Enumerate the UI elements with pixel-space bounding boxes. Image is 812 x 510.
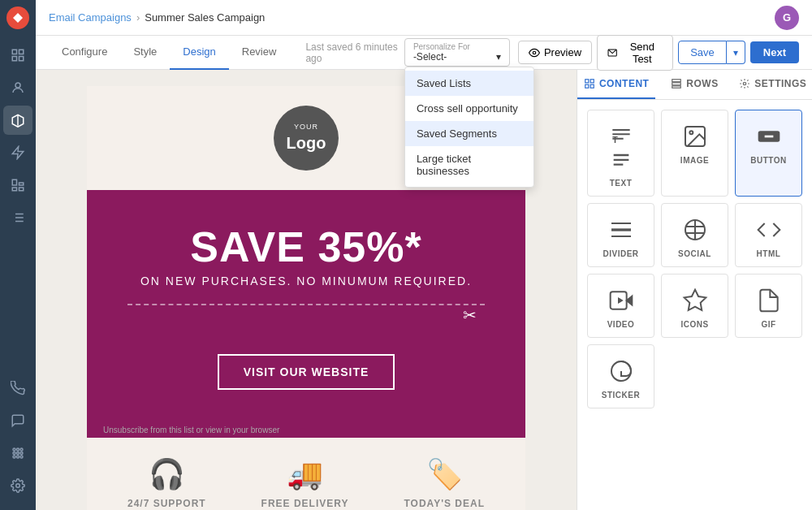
svg-rect-32 — [672, 80, 681, 82]
personalize-select: -Select- ▾ — [413, 51, 501, 63]
content-item-image[interactable]: IMAGE — [661, 110, 728, 197]
panel-tab-content[interactable]: CONTENT — [577, 70, 655, 99]
sidebar-item-dashboard[interactable] — [3, 41, 32, 70]
send-test-button[interactable]: Send Test — [597, 35, 673, 71]
panel-tabs: CONTENT ROWS SETTINGS — [577, 70, 812, 100]
content-divider-label: DIVIDER — [603, 249, 638, 258]
content-item-gif[interactable]: GIF — [735, 274, 802, 338]
sidebar-item-reports[interactable] — [3, 171, 32, 200]
preview-button[interactable]: Preview — [518, 41, 592, 64]
logo-text: Logo — [287, 132, 326, 153]
svg-point-26 — [533, 51, 536, 54]
content-item-button[interactable]: BUTTON — [735, 110, 802, 197]
content-social-label: SOCIAL — [678, 249, 711, 258]
user-avatar[interactable]: G — [775, 6, 799, 30]
svg-point-23 — [17, 456, 19, 458]
personalize-button[interactable]: Personalize For -Select- ▾ — [404, 38, 510, 67]
save-button[interactable]: Save — [678, 41, 727, 64]
email-banner: SAVE 35%* ON NEW PURCHASES. NO MINUMUM R… — [87, 190, 525, 422]
breadcrumb-separator: › — [136, 11, 140, 24]
delivery-label: FREE DELIVERY — [261, 498, 349, 509]
svg-point-16 — [13, 448, 15, 451]
dropdown-item-saved-lists[interactable]: Saved Lists — [405, 71, 533, 96]
delivery-icon: 🚚 — [261, 457, 349, 491]
personalize-wrapper: Personalize For -Select- ▾ Saved Lists C… — [404, 38, 510, 67]
deal-icon: 🏷️ — [404, 457, 485, 491]
sidebar-item-apps[interactable] — [3, 439, 32, 468]
svg-point-35 — [744, 82, 747, 85]
email-footer-strip: Unsubscribe from this list or view in yo… — [87, 422, 525, 438]
content-item-social[interactable]: SOCIAL — [661, 203, 728, 267]
personalize-dropdown-menu: Saved Lists Cross sell opportunity Saved… — [404, 67, 534, 188]
dropdown-item-saved-segments[interactable]: Saved Segments — [405, 121, 533, 146]
sidebar-item-automation[interactable] — [3, 138, 32, 167]
content-grid: T TEXT IMAGE — [577, 100, 812, 418]
next-button[interactable]: Next — [750, 41, 799, 63]
sidebar-item-phone[interactable] — [3, 374, 32, 403]
svg-point-17 — [17, 448, 19, 451]
svg-rect-1 — [19, 50, 24, 54]
svg-rect-29 — [590, 80, 594, 83]
email-features: 🎧 24/7 SUPPORT 🚚 FREE DELIVERY 🏷️ TODAY'… — [87, 438, 525, 510]
content-item-text[interactable]: T TEXT — [587, 110, 654, 197]
svg-rect-28 — [585, 80, 589, 83]
svg-rect-33 — [672, 83, 681, 85]
svg-rect-2 — [12, 57, 16, 61]
dropdown-item-cross-sell[interactable]: Cross sell opportunity — [405, 96, 533, 121]
app-logo[interactable] — [6, 6, 29, 29]
svg-point-20 — [17, 452, 19, 455]
svg-point-22 — [13, 456, 15, 458]
svg-rect-9 — [19, 188, 24, 191]
right-panel: CONTENT ROWS SETTINGS T TEXT — [577, 70, 812, 510]
banner-save-text: SAVE 35%* — [103, 223, 509, 271]
logo-your: YOUR — [294, 123, 318, 132]
content-gif-label: GIF — [761, 320, 775, 329]
tab-style[interactable]: Style — [120, 36, 170, 70]
svg-rect-31 — [590, 84, 594, 88]
content-video-label: VIDEO — [607, 320, 635, 329]
svg-marker-5 — [12, 147, 24, 159]
save-button-group: Save ▾ — [678, 41, 745, 64]
svg-marker-49 — [684, 290, 706, 310]
content-item-html[interactable]: HTML — [735, 203, 802, 267]
sidebar-item-lists[interactable] — [3, 203, 32, 232]
feature-deal: 🏷️ TODAY'S DEAL — [404, 457, 485, 509]
content-item-sticker[interactable]: STICKER — [587, 344, 654, 408]
breadcrumb-current: Summer Sales Campaign — [145, 11, 265, 24]
tab-configure[interactable]: Configure — [49, 36, 120, 70]
content-item-video[interactable]: VIDEO — [587, 274, 654, 338]
sidebar-item-contacts[interactable] — [3, 73, 32, 102]
content-html-label: HTML — [757, 249, 781, 258]
last-saved-label: Last saved 6 minutes ago — [305, 41, 404, 64]
svg-rect-3 — [19, 57, 24, 61]
sidebar — [0, 0, 36, 510]
content-text-label: TEXT — [610, 179, 633, 188]
sidebar-item-campaigns[interactable] — [3, 106, 32, 135]
breadcrumb: Email Campaigns › Summer Sales Campaign — [49, 11, 265, 24]
svg-marker-47 — [626, 296, 632, 305]
svg-rect-8 — [12, 188, 16, 191]
support-icon: 🎧 — [127, 457, 206, 491]
svg-point-25 — [16, 484, 20, 488]
visit-website-button[interactable]: VISIT OUR WEBSITE — [218, 354, 395, 390]
email-logo: YOUR Logo — [274, 106, 339, 171]
content-item-icons[interactable]: ICONS — [661, 274, 728, 338]
svg-point-19 — [13, 452, 15, 455]
content-item-divider[interactable]: DIVIDER — [587, 203, 654, 267]
feature-delivery: 🚚 FREE DELIVERY — [261, 457, 349, 509]
scissors-icon: ✂ — [463, 305, 477, 325]
panel-tab-settings[interactable]: SETTINGS — [734, 70, 812, 99]
dropdown-item-large-ticket[interactable]: Large ticket businesses — [405, 146, 533, 184]
tab-design[interactable]: Design — [170, 36, 228, 70]
svg-point-21 — [20, 452, 23, 455]
topbar: Email Campaigns › Summer Sales Campaign … — [36, 0, 812, 36]
content-image-label: IMAGE — [680, 156, 709, 165]
breadcrumb-parent[interactable]: Email Campaigns — [49, 11, 132, 24]
panel-tab-rows[interactable]: ROWS — [655, 70, 733, 99]
sidebar-item-chat[interactable] — [3, 406, 32, 435]
svg-point-4 — [15, 83, 20, 88]
sidebar-settings[interactable] — [3, 471, 32, 500]
tab-review[interactable]: Review — [229, 36, 290, 70]
save-dropdown-button[interactable]: ▾ — [727, 41, 745, 64]
content-button-label: BUTTON — [750, 156, 786, 165]
